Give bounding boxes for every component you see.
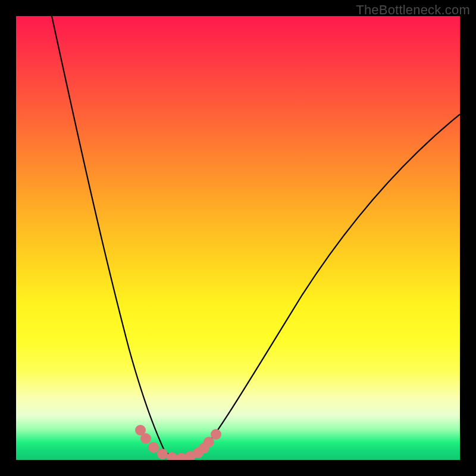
marker-dot bbox=[157, 449, 168, 459]
chart-frame: TheBottleneck.com bbox=[0, 0, 476, 476]
marker-dot bbox=[140, 433, 151, 444]
bottleneck-curve-svg bbox=[16, 16, 460, 460]
right-ascent-curve bbox=[202, 114, 460, 452]
marker-dot bbox=[211, 429, 221, 440]
watermark-text: TheBottleneck.com bbox=[356, 2, 470, 18]
marker-dot bbox=[148, 442, 159, 453]
curve-group bbox=[52, 16, 460, 457]
plot-area bbox=[16, 16, 460, 460]
left-descent-curve bbox=[52, 16, 165, 452]
marker-dots-group bbox=[135, 425, 221, 460]
